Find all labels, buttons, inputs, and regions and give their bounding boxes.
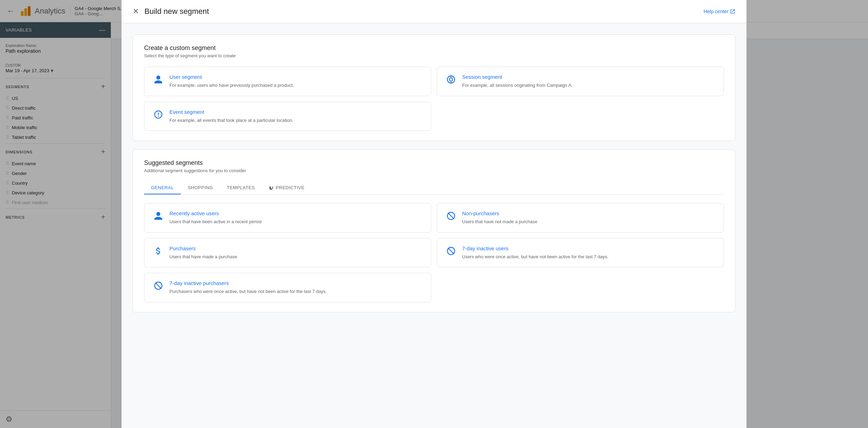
event-segment-text: Event segment For example, all events th… xyxy=(169,109,293,124)
7day-inactive-purchasers-desc: Purchasers who were once active, but hav… xyxy=(169,288,327,295)
session-segment-desc: For example, all sessions originating fr… xyxy=(462,82,573,89)
event-segment-desc: For example, all events that took place … xyxy=(169,117,293,124)
user-segment-icon xyxy=(153,74,164,85)
session-segment-text: Session segment For example, all session… xyxy=(462,74,573,89)
7day-inactive-text: 7-day inactive users Users who were once… xyxy=(462,245,608,260)
svg-line-16 xyxy=(155,283,161,289)
modal-header: ✕ Build new segment Help center xyxy=(122,0,746,23)
modal-title: Build new segment xyxy=(144,7,209,16)
recently-active-desc: Users that have been active in a recent … xyxy=(169,218,261,225)
7day-inactive-purchasers-icon xyxy=(153,280,164,291)
segment-type-grid: User segment For example, users who have… xyxy=(144,67,724,131)
recently-active-option[interactable]: Recently active users Users that have be… xyxy=(144,203,431,233)
event-segment-icon xyxy=(153,109,164,120)
custom-segment-subtitle: Select the type of segment you want to c… xyxy=(144,53,724,58)
non-purchasers-icon xyxy=(445,210,457,221)
event-segment-option[interactable]: Event segment For example, all events th… xyxy=(144,102,431,131)
7day-inactive-icon xyxy=(445,245,457,257)
suggested-subtitle: Additional segment suggestions for you t… xyxy=(144,168,724,173)
svg-point-8 xyxy=(449,78,452,81)
suggested-title: Suggested segments xyxy=(144,159,724,167)
predictive-icon xyxy=(269,185,274,190)
modal-body: Create a custom segment Select the type … xyxy=(122,23,746,428)
recently-active-name: Recently active users xyxy=(169,210,261,216)
non-purchasers-desc: Users that have not made a purchase xyxy=(462,218,537,225)
recently-active-icon xyxy=(153,210,164,221)
suggested-tabs: GENERAL SHOPPING TEMPLATES PREDICTIVE xyxy=(144,182,724,195)
7day-inactive-name: 7-day inactive users xyxy=(462,245,608,251)
purchasers-text: Purchasers Users that have made a purcha… xyxy=(169,245,237,260)
7day-inactive-desc: Users who were once active, but have not… xyxy=(462,253,608,260)
svg-line-12 xyxy=(448,213,454,219)
purchasers-desc: Users that have made a purchase xyxy=(169,253,237,260)
close-button[interactable]: ✕ xyxy=(133,7,139,16)
7day-inactive-purchasers-name: 7-day inactive purchasers xyxy=(169,280,327,286)
recently-active-text: Recently active users Users that have be… xyxy=(169,210,261,225)
7day-inactive-purchasers-text: 7-day inactive purchasers Purchasers who… xyxy=(169,280,327,295)
7day-inactive-purchasers-option[interactable]: 7-day inactive purchasers Purchasers who… xyxy=(144,273,431,302)
session-segment-name: Session segment xyxy=(462,74,573,80)
user-segment-name: User segment xyxy=(169,74,294,80)
tab-predictive[interactable]: PREDICTIVE xyxy=(262,182,311,194)
user-segment-text: User segment For example, users who have… xyxy=(169,74,294,89)
svg-line-14 xyxy=(448,248,454,254)
suggested-segments-card: Suggested segments Additional segment su… xyxy=(133,149,735,312)
purchasers-name: Purchasers xyxy=(169,245,237,251)
tab-templates[interactable]: TEMPLATES xyxy=(220,182,262,194)
custom-segment-card: Create a custom segment Select the type … xyxy=(133,34,735,141)
event-segment-name: Event segment xyxy=(169,109,293,115)
session-segment-option[interactable]: Session segment For example, all session… xyxy=(437,67,724,96)
help-center-text: Help center xyxy=(703,9,728,14)
session-segment-icon xyxy=(445,74,457,85)
build-segment-modal: ✕ Build new segment Help center Create a… xyxy=(122,0,746,428)
help-center-link[interactable]: Help center xyxy=(703,9,735,14)
tab-shopping[interactable]: SHOPPING xyxy=(181,182,220,194)
custom-segment-title: Create a custom segment xyxy=(144,44,724,52)
non-purchasers-text: Non-purchasers Users that have not made … xyxy=(462,210,537,225)
non-purchasers-name: Non-purchasers xyxy=(462,210,537,216)
purchasers-icon xyxy=(153,245,164,257)
purchasers-option[interactable]: Purchasers Users that have made a purcha… xyxy=(144,238,431,268)
user-segment-desc: For example, users who have previously p… xyxy=(169,82,294,89)
modal-overlay: ✕ Build new segment Help center Create a… xyxy=(0,0,868,428)
suggested-items-grid: Recently active users Users that have be… xyxy=(144,203,724,302)
non-purchasers-option[interactable]: Non-purchasers Users that have not made … xyxy=(437,203,724,233)
user-segment-option[interactable]: User segment For example, users who have… xyxy=(144,67,431,96)
modal-header-left: ✕ Build new segment xyxy=(133,7,209,16)
external-link-icon xyxy=(730,9,735,14)
7day-inactive-option[interactable]: 7-day inactive users Users who were once… xyxy=(437,238,724,268)
tab-general[interactable]: GENERAL xyxy=(144,182,181,194)
